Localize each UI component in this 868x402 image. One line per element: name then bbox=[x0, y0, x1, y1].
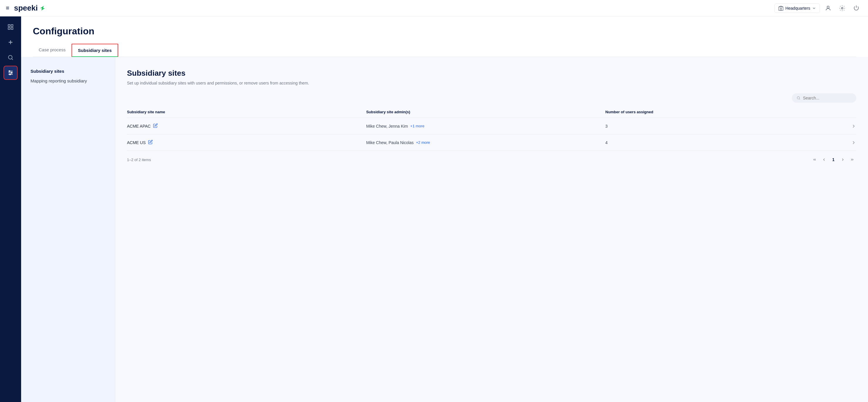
row2-users: 4 bbox=[605, 140, 844, 145]
sidebar-item-search[interactable] bbox=[3, 51, 18, 64]
power-icon bbox=[853, 5, 860, 11]
row1-chevron[interactable] bbox=[844, 123, 856, 129]
header-left: ≡ speeki bbox=[6, 3, 46, 12]
building-icon bbox=[778, 6, 783, 11]
sidebar-item-add[interactable] bbox=[3, 35, 18, 49]
svg-point-13 bbox=[11, 72, 12, 74]
header-right: Headquarters bbox=[774, 2, 862, 14]
pagination-info: 1–2 of 2 items bbox=[127, 157, 151, 162]
panel-title: Subsidiary sites bbox=[127, 69, 856, 78]
hamburger-icon[interactable]: ≡ bbox=[6, 5, 9, 11]
search-box-icon bbox=[797, 96, 801, 100]
edit-pencil-icon-2 bbox=[148, 140, 153, 144]
svg-rect-0 bbox=[779, 7, 783, 10]
page-first-icon bbox=[813, 157, 817, 162]
sidebar-item-grid[interactable] bbox=[3, 20, 18, 34]
svg-point-15 bbox=[797, 96, 799, 99]
search-icon bbox=[7, 54, 14, 61]
page-next-btn[interactable] bbox=[839, 155, 847, 164]
settings-button[interactable] bbox=[836, 2, 848, 14]
sliders-icon bbox=[7, 69, 14, 76]
chevron-down-icon bbox=[812, 6, 816, 10]
svg-rect-5 bbox=[11, 25, 13, 26]
page-1-btn[interactable]: 1 bbox=[829, 155, 837, 164]
col-header-name: Subsidiary site name bbox=[127, 110, 366, 114]
top-header: ≡ speeki Headquarters bbox=[0, 0, 868, 17]
row2-chevron[interactable] bbox=[844, 140, 856, 145]
hq-label: Headquarters bbox=[785, 6, 810, 10]
row1-admins: Mike Chew, Jenna Kim +1 more bbox=[366, 124, 606, 128]
power-button[interactable] bbox=[850, 2, 862, 14]
col-header-admins: Subsidiary site admin(s) bbox=[366, 110, 606, 114]
svg-rect-1 bbox=[780, 8, 782, 10]
page-prev-btn[interactable] bbox=[820, 155, 828, 164]
page-header: Configuration Case process Subsidiary si… bbox=[21, 17, 868, 57]
svg-point-14 bbox=[9, 74, 10, 75]
logo-text: speeki bbox=[14, 3, 38, 12]
tabs: Case process Subsidiary sites bbox=[33, 44, 856, 57]
row2-name: ACME US bbox=[127, 140, 366, 145]
main-layout: Configuration Case process Subsidiary si… bbox=[0, 17, 868, 402]
search-box[interactable] bbox=[792, 93, 856, 103]
tab-case-process[interactable]: Case process bbox=[33, 44, 71, 57]
panel-description: Set up individual subsidiary sites with … bbox=[127, 80, 856, 86]
main-panel: Subsidiary sites Set up individual subsi… bbox=[115, 57, 868, 402]
row1-more-link[interactable]: +1 more bbox=[410, 124, 424, 128]
row2-admins: Mike Chew, Paula Nicolas +2 more bbox=[366, 140, 606, 145]
svg-point-12 bbox=[9, 71, 10, 72]
row2-more-link[interactable]: +2 more bbox=[416, 140, 430, 145]
table-row[interactable]: ACME APAC Mike Chew, Jenna Kim +1 more bbox=[127, 118, 856, 134]
headquarters-button[interactable]: Headquarters bbox=[774, 3, 820, 13]
content-area: Configuration Case process Subsidiary si… bbox=[21, 17, 868, 402]
col-header-users: Number of users assigned bbox=[605, 110, 844, 114]
row1-users: 3 bbox=[605, 124, 844, 128]
svg-rect-7 bbox=[11, 28, 13, 29]
grid-icon bbox=[7, 24, 14, 30]
tab-subsidiary-sites[interactable]: Subsidiary sites bbox=[71, 44, 118, 57]
sidebar-mapping[interactable]: Mapping reporting subsidiary bbox=[31, 78, 105, 83]
col-header-action bbox=[844, 110, 856, 114]
row1-edit-icon[interactable] bbox=[153, 123, 158, 129]
user-button[interactable] bbox=[822, 2, 834, 14]
row2-edit-icon[interactable] bbox=[148, 140, 153, 145]
edit-pencil-icon bbox=[153, 123, 158, 128]
sidebar bbox=[0, 17, 21, 402]
search-container bbox=[127, 93, 856, 103]
page-prev-icon bbox=[822, 157, 826, 162]
pagination-controls: 1 bbox=[810, 155, 856, 164]
svg-rect-6 bbox=[8, 28, 10, 29]
search-input[interactable] bbox=[803, 96, 851, 100]
table-header: Subsidiary site name Subsidiary site adm… bbox=[127, 110, 856, 118]
logo: speeki bbox=[14, 3, 46, 12]
row1-name: ACME APAC bbox=[127, 123, 366, 129]
svg-point-3 bbox=[841, 7, 843, 9]
page-title: Configuration bbox=[33, 26, 856, 37]
sub-content: Subsidiary sites Mapping reporting subsi… bbox=[21, 57, 868, 402]
svg-point-8 bbox=[8, 55, 12, 59]
page-last-icon bbox=[850, 157, 854, 162]
svg-rect-4 bbox=[8, 25, 10, 26]
logo-arrow-icon bbox=[38, 4, 46, 12]
table-row[interactable]: ACME US Mike Chew, Paula Nicolas +2 more bbox=[127, 134, 856, 151]
page-next-icon bbox=[841, 157, 845, 162]
table: Subsidiary site name Subsidiary site adm… bbox=[127, 110, 856, 164]
chevron-right-icon bbox=[851, 123, 856, 129]
svg-point-2 bbox=[827, 6, 829, 8]
plus-icon bbox=[7, 39, 14, 46]
gear-icon bbox=[839, 5, 845, 11]
chevron-right-icon-2 bbox=[851, 140, 856, 145]
page-last-btn[interactable] bbox=[848, 155, 856, 164]
user-icon bbox=[825, 5, 831, 11]
sidebar-item-config[interactable] bbox=[3, 66, 18, 80]
pagination: 1–2 of 2 items bbox=[127, 151, 856, 164]
sidebar-subsidiary-sites[interactable]: Subsidiary sites bbox=[31, 69, 105, 74]
content-sidebar: Subsidiary sites Mapping reporting subsi… bbox=[21, 57, 115, 402]
page-first-btn[interactable] bbox=[810, 155, 819, 164]
